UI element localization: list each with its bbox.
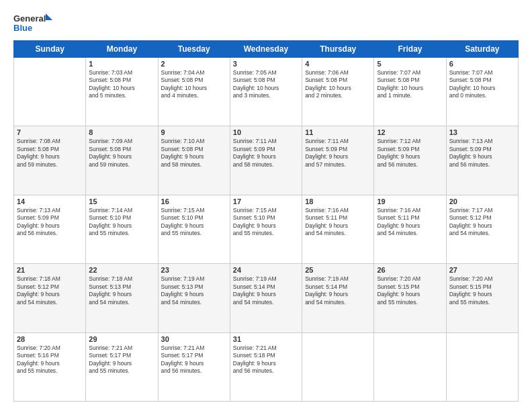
day-info: Sunrise: 7:16 AM Sunset: 5:11 PM Dayligh… <box>377 207 443 238</box>
day-number: 24 <box>233 266 299 274</box>
day-number: 8 <box>89 128 154 136</box>
calendar-week-row: 1Sunrise: 7:03 AM Sunset: 5:08 PM Daylig… <box>14 58 519 126</box>
calendar-cell: 14Sunrise: 7:13 AM Sunset: 5:09 PM Dayli… <box>14 195 86 263</box>
day-info: Sunrise: 7:19 AM Sunset: 5:14 PM Dayligh… <box>233 275 299 306</box>
day-number: 26 <box>377 266 443 274</box>
logo: GeneralBlue <box>13 12 54 34</box>
day-info: Sunrise: 7:17 AM Sunset: 5:12 PM Dayligh… <box>449 207 515 238</box>
day-info: Sunrise: 7:18 AM Sunset: 5:13 PM Dayligh… <box>89 275 154 306</box>
day-info: Sunrise: 7:13 AM Sunset: 5:09 PM Dayligh… <box>17 207 83 238</box>
weekday-header-sunday: Sunday <box>14 41 86 58</box>
day-info: Sunrise: 7:11 AM Sunset: 5:09 PM Dayligh… <box>305 138 371 169</box>
day-number: 16 <box>161 197 227 205</box>
day-number: 21 <box>17 266 83 274</box>
calendar-cell <box>302 332 374 401</box>
day-info: Sunrise: 7:19 AM Sunset: 5:14 PM Dayligh… <box>305 275 371 306</box>
calendar-cell: 8Sunrise: 7:09 AM Sunset: 5:08 PM Daylig… <box>86 126 158 195</box>
day-number: 25 <box>305 266 371 274</box>
calendar-cell: 13Sunrise: 7:13 AM Sunset: 5:09 PM Dayli… <box>446 126 518 195</box>
calendar-cell <box>14 58 86 126</box>
day-info: Sunrise: 7:18 AM Sunset: 5:12 PM Dayligh… <box>17 275 83 306</box>
calendar-cell: 3Sunrise: 7:05 AM Sunset: 5:08 PM Daylig… <box>230 58 302 126</box>
calendar-week-row: 21Sunrise: 7:18 AM Sunset: 5:12 PM Dayli… <box>14 264 519 332</box>
calendar-cell: 29Sunrise: 7:21 AM Sunset: 5:17 PM Dayli… <box>86 332 158 401</box>
day-info: Sunrise: 7:03 AM Sunset: 5:08 PM Dayligh… <box>89 69 154 100</box>
day-info: Sunrise: 7:06 AM Sunset: 5:08 PM Dayligh… <box>305 69 371 100</box>
calendar-cell: 24Sunrise: 7:19 AM Sunset: 5:14 PM Dayli… <box>230 264 302 332</box>
day-number: 13 <box>449 128 515 136</box>
day-number: 19 <box>377 197 443 205</box>
day-info: Sunrise: 7:07 AM Sunset: 5:08 PM Dayligh… <box>377 69 443 100</box>
day-number: 27 <box>449 266 515 274</box>
calendar-cell: 1Sunrise: 7:03 AM Sunset: 5:08 PM Daylig… <box>86 58 158 126</box>
day-number: 22 <box>89 266 154 274</box>
day-info: Sunrise: 7:04 AM Sunset: 5:08 PM Dayligh… <box>161 69 227 100</box>
day-number: 30 <box>161 335 227 343</box>
day-info: Sunrise: 7:15 AM Sunset: 5:10 PM Dayligh… <box>233 207 299 238</box>
day-info: Sunrise: 7:09 AM Sunset: 5:08 PM Dayligh… <box>89 138 154 169</box>
calendar-cell: 28Sunrise: 7:20 AM Sunset: 5:16 PM Dayli… <box>14 332 86 401</box>
calendar-cell: 15Sunrise: 7:14 AM Sunset: 5:10 PM Dayli… <box>86 195 158 263</box>
calendar-cell: 9Sunrise: 7:10 AM Sunset: 5:08 PM Daylig… <box>158 126 230 195</box>
calendar-cell: 6Sunrise: 7:07 AM Sunset: 5:08 PM Daylig… <box>446 58 518 126</box>
day-number: 23 <box>161 266 227 274</box>
calendar-week-row: 7Sunrise: 7:08 AM Sunset: 5:08 PM Daylig… <box>14 126 519 195</box>
day-info: Sunrise: 7:20 AM Sunset: 5:15 PM Dayligh… <box>377 275 443 306</box>
day-number: 2 <box>161 60 227 68</box>
day-info: Sunrise: 7:15 AM Sunset: 5:10 PM Dayligh… <box>161 207 227 238</box>
day-info: Sunrise: 7:14 AM Sunset: 5:10 PM Dayligh… <box>89 207 154 238</box>
day-info: Sunrise: 7:10 AM Sunset: 5:08 PM Dayligh… <box>161 138 227 169</box>
calendar-cell: 31Sunrise: 7:21 AM Sunset: 5:18 PM Dayli… <box>230 332 302 401</box>
weekday-header-tuesday: Tuesday <box>158 41 230 58</box>
day-number: 3 <box>233 60 299 68</box>
page: GeneralBlue SundayMondayTuesdayWednesday… <box>0 0 532 411</box>
calendar-cell: 10Sunrise: 7:11 AM Sunset: 5:09 PM Dayli… <box>230 126 302 195</box>
calendar-cell: 20Sunrise: 7:17 AM Sunset: 5:12 PM Dayli… <box>446 195 518 263</box>
calendar-cell <box>446 332 518 401</box>
calendar-cell: 17Sunrise: 7:15 AM Sunset: 5:10 PM Dayli… <box>230 195 302 263</box>
weekday-header-monday: Monday <box>86 41 158 58</box>
day-info: Sunrise: 7:19 AM Sunset: 5:13 PM Dayligh… <box>161 275 227 306</box>
day-number: 11 <box>305 128 371 136</box>
calendar-cell: 19Sunrise: 7:16 AM Sunset: 5:11 PM Dayli… <box>374 195 446 263</box>
calendar-week-row: 28Sunrise: 7:20 AM Sunset: 5:16 PM Dayli… <box>14 332 519 401</box>
calendar-cell: 5Sunrise: 7:07 AM Sunset: 5:08 PM Daylig… <box>374 58 446 126</box>
day-info: Sunrise: 7:21 AM Sunset: 5:17 PM Dayligh… <box>89 345 154 375</box>
day-info: Sunrise: 7:12 AM Sunset: 5:09 PM Dayligh… <box>377 138 443 169</box>
day-number: 7 <box>17 128 83 136</box>
day-number: 4 <box>305 60 371 68</box>
day-number: 17 <box>233 197 299 205</box>
weekday-header-row: SundayMondayTuesdayWednesdayThursdayFrid… <box>14 41 519 58</box>
calendar-table: SundayMondayTuesdayWednesdayThursdayFrid… <box>13 40 519 402</box>
day-number: 14 <box>17 197 83 205</box>
day-number: 15 <box>89 197 154 205</box>
day-info: Sunrise: 7:16 AM Sunset: 5:11 PM Dayligh… <box>305 207 371 238</box>
day-number: 28 <box>17 335 83 343</box>
day-info: Sunrise: 7:21 AM Sunset: 5:17 PM Dayligh… <box>161 345 227 375</box>
day-number: 18 <box>305 197 371 205</box>
day-number: 6 <box>449 60 515 68</box>
day-number: 9 <box>161 128 227 136</box>
day-info: Sunrise: 7:20 AM Sunset: 5:15 PM Dayligh… <box>449 275 515 306</box>
day-number: 10 <box>233 128 299 136</box>
calendar-cell: 27Sunrise: 7:20 AM Sunset: 5:15 PM Dayli… <box>446 264 518 332</box>
calendar-cell: 22Sunrise: 7:18 AM Sunset: 5:13 PM Dayli… <box>86 264 158 332</box>
calendar-cell: 30Sunrise: 7:21 AM Sunset: 5:17 PM Dayli… <box>158 332 230 401</box>
day-number: 5 <box>377 60 443 68</box>
day-number: 29 <box>89 335 154 343</box>
logo-svg: GeneralBlue <box>13 12 54 34</box>
weekday-header-friday: Friday <box>374 41 446 58</box>
day-info: Sunrise: 7:08 AM Sunset: 5:08 PM Dayligh… <box>17 138 83 169</box>
weekday-header-thursday: Thursday <box>302 41 374 58</box>
calendar-cell: 21Sunrise: 7:18 AM Sunset: 5:12 PM Dayli… <box>14 264 86 332</box>
day-info: Sunrise: 7:07 AM Sunset: 5:08 PM Dayligh… <box>449 69 515 100</box>
calendar-cell: 16Sunrise: 7:15 AM Sunset: 5:10 PM Dayli… <box>158 195 230 263</box>
weekday-header-wednesday: Wednesday <box>230 41 302 58</box>
calendar-cell: 18Sunrise: 7:16 AM Sunset: 5:11 PM Dayli… <box>302 195 374 263</box>
day-info: Sunrise: 7:11 AM Sunset: 5:09 PM Dayligh… <box>233 138 299 169</box>
day-number: 31 <box>233 335 299 343</box>
calendar-cell: 26Sunrise: 7:20 AM Sunset: 5:15 PM Dayli… <box>374 264 446 332</box>
header: GeneralBlue <box>13 12 519 34</box>
calendar-cell: 11Sunrise: 7:11 AM Sunset: 5:09 PM Dayli… <box>302 126 374 195</box>
calendar-cell: 2Sunrise: 7:04 AM Sunset: 5:08 PM Daylig… <box>158 58 230 126</box>
